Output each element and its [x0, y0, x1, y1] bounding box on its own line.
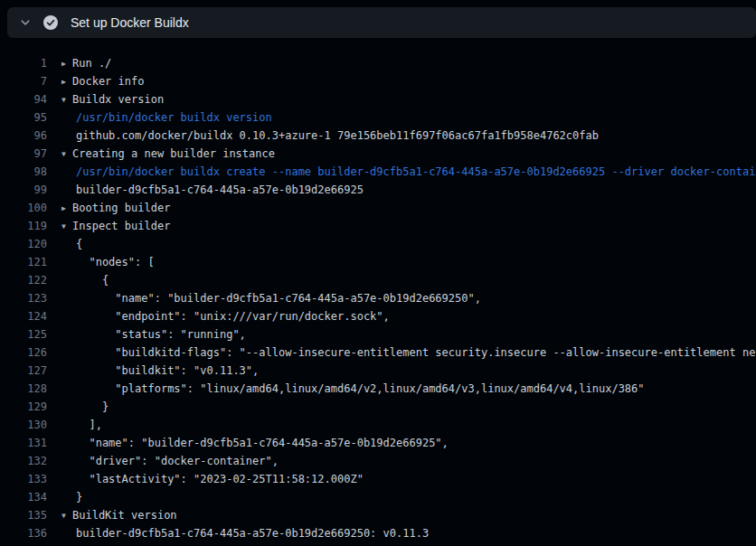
log-line-129: 129 } [0, 398, 756, 416]
log-line-119[interactable]: 119▼Inspect builder [0, 217, 756, 235]
log-line-7[interactable]: 7▶Docker info [0, 72, 756, 90]
output-text: "platforms": "linux/amd64,linux/amd64/v2… [61, 380, 645, 398]
output-text: github.com/docker/buildx 0.10.3+azure-1 … [61, 127, 599, 145]
output-text: builder-d9cfb5a1-c764-445a-a57e-0b19d2e6… [61, 181, 364, 199]
command-text: /usr/bin/docker buildx version [61, 108, 272, 127]
group-collapse-icon[interactable]: ▼ [61, 91, 72, 108]
output-text: "nodes": [ [61, 253, 155, 271]
line-number[interactable]: 95 [0, 108, 47, 127]
log-line-123: 123 "name": "builder-d9cfb5a1-c764-445a-… [0, 289, 756, 307]
actions-log-viewer: Set up Docker Buildx 1▶Run ./7▶Docker in… [0, 0, 756, 546]
log-group-header[interactable]: ▼Inspect builder [61, 217, 170, 235]
log-group-header[interactable]: ▶Run ./ [61, 54, 111, 72]
line-number[interactable]: 119 [0, 217, 47, 235]
log-line-127: 127 "buildkit": "v0.11.3", [0, 362, 756, 380]
command-text: /usr/bin/docker buildx create --name bui… [61, 163, 756, 181]
output-text: "lastActivity": "2023-02-25T11:58:12.000… [61, 470, 364, 488]
step-header[interactable]: Set up Docker Buildx [7, 7, 756, 38]
group-title[interactable]: Buildx version [72, 93, 164, 106]
log-line-136: 136builder-d9cfb5a1-c764-445a-a57e-0b19d… [0, 524, 756, 542]
log-line-120: 120{ [0, 235, 756, 253]
line-number[interactable]: 135 [0, 506, 47, 524]
output-text: { [61, 235, 82, 253]
line-number[interactable]: 1 [0, 54, 47, 72]
group-title[interactable]: Booting builder [72, 202, 170, 214]
group-collapse-icon[interactable]: ▼ [61, 507, 72, 524]
check-circle-icon [43, 15, 58, 30]
line-number[interactable]: 120 [0, 235, 47, 253]
output-text: "driver": "docker-container", [61, 452, 279, 470]
line-number[interactable]: 97 [0, 145, 47, 163]
group-title[interactable]: Creating a new builder instance [72, 147, 275, 160]
line-number[interactable]: 134 [0, 488, 47, 506]
log-line-95: 95/usr/bin/docker buildx version [0, 108, 756, 127]
log-group-header[interactable]: ▼Buildx version [61, 90, 164, 108]
line-number[interactable]: 136 [0, 524, 47, 542]
log-line-122: 122 { [0, 271, 756, 289]
log-line-1[interactable]: 1▶Run ./ [0, 54, 756, 72]
log-line-132: 132 "driver": "docker-container", [0, 452, 756, 470]
log-line-131: 131 "name": "builder-d9cfb5a1-c764-445a-… [0, 434, 756, 452]
line-number[interactable]: 123 [0, 289, 47, 307]
group-expand-icon[interactable]: ▶ [61, 55, 72, 72]
log-group-header[interactable]: ▶Booting builder [61, 199, 170, 217]
group-expand-icon[interactable]: ▶ [61, 73, 72, 90]
line-number[interactable]: 96 [0, 127, 47, 145]
line-number[interactable]: 98 [0, 163, 47, 181]
step-title: Set up Docker Buildx [71, 7, 189, 38]
output-text: builder-d9cfb5a1-c764-445a-a57e-0b19d2e6… [61, 524, 429, 542]
group-title[interactable]: BuildKit version [72, 509, 177, 522]
log-line-98: 98/usr/bin/docker buildx create --name b… [0, 163, 756, 181]
log-line-125: 125 "status": "running", [0, 325, 756, 344]
line-number[interactable]: 125 [0, 325, 47, 344]
log-group-header[interactable]: ▶Docker info [61, 72, 144, 90]
group-title[interactable]: Run ./ [72, 57, 111, 70]
line-number[interactable]: 94 [0, 90, 47, 108]
line-number[interactable]: 99 [0, 181, 47, 199]
log-line-121: 121 "nodes": [ [0, 253, 756, 271]
log-line-128: 128 "platforms": "linux/amd64,linux/amd6… [0, 380, 756, 398]
group-title[interactable]: Inspect builder [72, 220, 170, 232]
log-line-94[interactable]: 94▼Buildx version [0, 90, 756, 108]
line-number[interactable]: 100 [0, 199, 47, 217]
line-number[interactable]: 133 [0, 470, 47, 488]
group-title[interactable]: Docker info [72, 75, 144, 88]
line-number[interactable]: 128 [0, 380, 47, 398]
log-group-header[interactable]: ▼BuildKit version [61, 506, 177, 524]
output-text: "name": "builder-d9cfb5a1-c764-445a-a57e… [61, 289, 481, 307]
line-number[interactable]: 122 [0, 271, 47, 289]
chevron-down-icon[interactable] [20, 17, 31, 28]
log-line-96: 96github.com/docker/buildx 0.10.3+azure-… [0, 127, 756, 145]
line-number[interactable]: 124 [0, 307, 47, 325]
output-text: { [61, 271, 109, 289]
line-number[interactable]: 131 [0, 434, 47, 452]
log-line-135[interactable]: 135▼BuildKit version [0, 506, 756, 524]
group-collapse-icon[interactable]: ▼ [61, 218, 72, 235]
log-group-header[interactable]: ▼Creating a new builder instance [61, 145, 275, 163]
log-line-97[interactable]: 97▼Creating a new builder instance [0, 145, 756, 163]
group-collapse-icon[interactable]: ▼ [61, 146, 72, 163]
output-text: } [61, 488, 82, 506]
log-line-99: 99builder-d9cfb5a1-c764-445a-a57e-0b19d2… [0, 181, 756, 199]
line-number[interactable]: 130 [0, 416, 47, 434]
log-line-124: 124 "endpoint": "unix:///var/run/docker.… [0, 307, 756, 325]
output-text: "status": "running", [61, 325, 246, 344]
log-line-133: 133 "lastActivity": "2023-02-25T11:58:12… [0, 470, 756, 488]
log-line-126: 126 "buildkitd-flags": "--allow-insecure… [0, 344, 756, 362]
log-line-134: 134} [0, 488, 756, 506]
output-text: ], [61, 416, 102, 434]
line-number[interactable]: 129 [0, 398, 47, 416]
line-number[interactable]: 7 [0, 72, 47, 90]
line-number[interactable]: 126 [0, 344, 47, 362]
line-number[interactable]: 132 [0, 452, 47, 470]
output-text: "buildkitd-flags": "--allow-insecure-ent… [61, 344, 756, 362]
group-expand-icon[interactable]: ▶ [61, 200, 72, 217]
output-text: "endpoint": "unix:///var/run/docker.sock… [61, 307, 390, 325]
line-number[interactable]: 121 [0, 253, 47, 271]
line-number[interactable]: 127 [0, 362, 47, 380]
output-text: "buildkit": "v0.11.3", [61, 362, 259, 380]
log-line-100[interactable]: 100▶Booting builder [0, 199, 756, 217]
output-text: } [61, 398, 109, 416]
log-lines: 1▶Run ./7▶Docker info94▼Buildx version95… [0, 38, 756, 542]
log-line-130: 130 ], [0, 416, 756, 434]
